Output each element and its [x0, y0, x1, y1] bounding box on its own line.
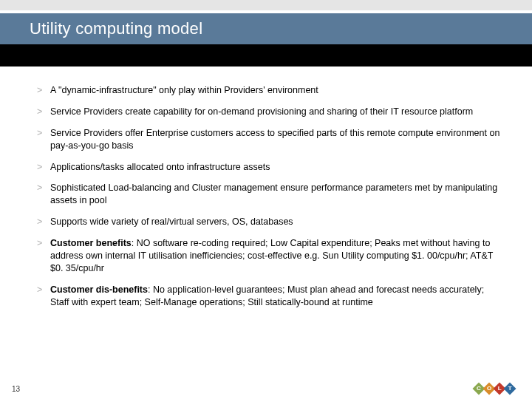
list-item: Customer benefits: NO software re-coding… — [37, 237, 502, 275]
list-item: Service Providers offer Enterprise custo… — [37, 127, 502, 152]
content-area: A "dynamic-infrastructure" only play wit… — [0, 66, 532, 308]
black-band — [0, 44, 532, 66]
logo-diamond-t: T — [504, 383, 516, 395]
list-item: Service Providers create capability for … — [37, 106, 502, 118]
slide-title: Utility computing model — [30, 19, 532, 38]
page-number: 13 — [12, 385, 20, 393]
bullet-lead: Customer benefits — [50, 238, 132, 248]
colt-logo: C O L T — [474, 384, 514, 393]
list-item: A "dynamic-infrastructure" only play wit… — [37, 84, 502, 97]
bullet-text: Sophisticated Load-balancing and Cluster… — [50, 183, 497, 205]
bullet-list: A "dynamic-infrastructure" only play wit… — [37, 84, 502, 308]
list-item: Customer dis-benefits: No application-le… — [37, 284, 502, 309]
list-item: Applications/tasks allocated onto infras… — [37, 161, 502, 174]
list-item: Supports wide variety of real/virtual se… — [37, 216, 502, 228]
bullet-text: Service Providers create capability for … — [50, 106, 473, 117]
footer: 13 C O L T — [0, 378, 532, 399]
bullet-text: Supports wide variety of real/virtual se… — [50, 216, 293, 227]
list-item: Sophisticated Load-balancing and Cluster… — [37, 182, 502, 207]
bullet-text: Service Providers offer Enterprise custo… — [50, 128, 499, 151]
bullet-text: Applications/tasks allocated onto infras… — [50, 162, 270, 172]
title-band: Utility computing model — [0, 13, 532, 44]
top-gray-bar — [0, 0, 532, 10]
bullet-text: A "dynamic-infrastructure" only play wit… — [50, 85, 318, 95]
bullet-lead: Customer dis-benefits — [50, 284, 148, 295]
